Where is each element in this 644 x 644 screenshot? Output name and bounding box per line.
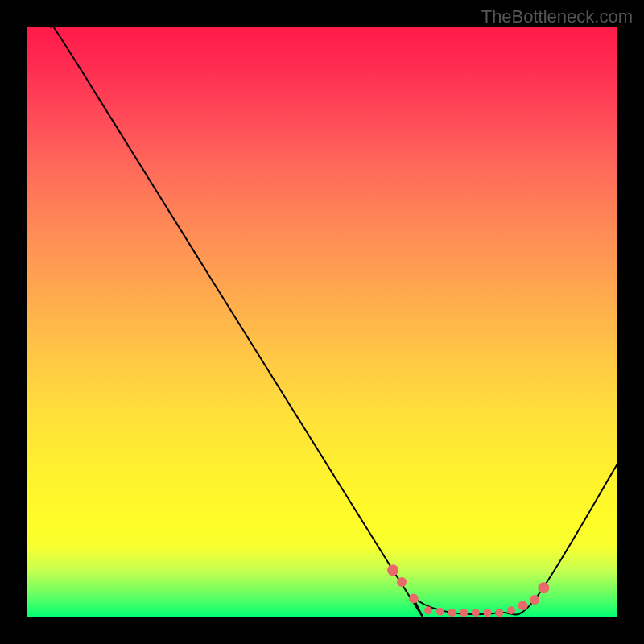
highlight-dot — [507, 606, 515, 614]
highlight-dot — [472, 609, 480, 617]
highlight-dots-group — [387, 564, 549, 617]
highlight-dot — [460, 609, 468, 617]
highlight-dot — [436, 608, 444, 616]
highlight-dot — [387, 564, 398, 576]
plot-area — [27, 27, 617, 617]
curve-svg — [27, 27, 617, 617]
highlight-dot — [518, 601, 528, 610]
highlight-dot — [530, 595, 539, 605]
highlight-dot — [448, 609, 456, 617]
highlight-dot — [495, 609, 503, 617]
highlight-dot — [538, 582, 549, 593]
highlight-dot — [424, 606, 432, 614]
bottleneck-curve-line — [45, 27, 617, 617]
highlight-dot — [397, 577, 407, 587]
highlight-dot — [409, 594, 419, 604]
highlight-dot — [484, 609, 492, 617]
watermark-text: TheBottleneck.com — [481, 6, 633, 27]
